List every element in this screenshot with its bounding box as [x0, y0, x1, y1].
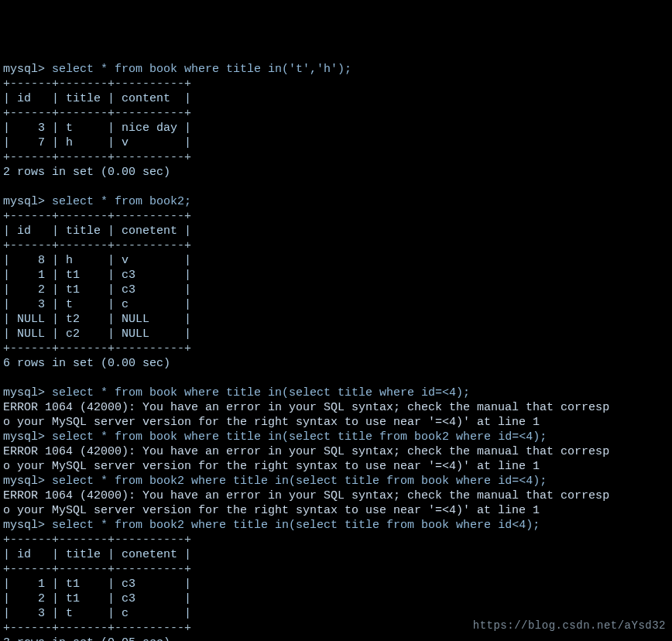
- table-sep: +------+-------+----------+: [3, 77, 191, 91]
- error-line: o your MySQL server version for the righ…: [3, 460, 540, 473]
- error-line: ERROR 1064 (42000): You have an error in…: [3, 401, 609, 414]
- mysql-prompt: mysql>: [3, 386, 45, 399]
- rows-in-set: 6 rows in set (0.00 sec): [3, 357, 170, 370]
- table-header-book2: | id | title | conetent |: [3, 225, 191, 238]
- sql-query-6[interactable]: select * from book2 where title in(selec…: [52, 519, 540, 532]
- mysql-prompt: mysql>: [3, 430, 45, 444]
- rows-in-set: 3 rows in set (0.05 sec): [3, 636, 170, 641]
- table-row: | 1 | t1 | c3 |: [3, 269, 191, 282]
- table-row: | 3 | t | c |: [3, 298, 191, 311]
- sql-query-4[interactable]: select * from book where title in(select…: [52, 430, 547, 444]
- mysql-prompt: mysql>: [3, 475, 45, 488]
- table-row: | NULL | t2 | NULL |: [3, 313, 191, 326]
- table-row: | 7 | h | v |: [3, 136, 191, 149]
- sql-query-1[interactable]: select * from book where title in('t','h…: [52, 63, 351, 76]
- error-line: ERROR 1064 (42000): You have an error in…: [3, 445, 609, 458]
- mysql-prompt: mysql>: [3, 519, 45, 532]
- sql-query-2[interactable]: select * from book2;: [52, 195, 191, 208]
- table-row: | 2 | t1 | c3 |: [3, 283, 191, 297]
- table-row: | 3 | t | nice day |: [3, 122, 191, 135]
- table-sep: +------+-------+----------+: [3, 239, 191, 252]
- table-sep: +------+-------+----------+: [3, 107, 191, 120]
- table-sep: +------+-------+----------+: [3, 563, 191, 576]
- mysql-prompt: mysql>: [3, 63, 45, 76]
- table-header-book2filtered: | id | title | conetent |: [3, 548, 191, 561]
- table-sep: +------+-------+----------+: [3, 533, 191, 547]
- table-sep: +------+-------+----------+: [3, 342, 191, 355]
- table-sep: +------+-------+----------+: [3, 622, 191, 635]
- table-row: | 3 | t | c |: [3, 607, 191, 620]
- error-line: ERROR 1064 (42000): You have an error in…: [3, 489, 609, 502]
- sql-query-3[interactable]: select * from book where title in(select…: [52, 386, 470, 399]
- table-row: | NULL | c2 | NULL |: [3, 327, 191, 341]
- table-sep: +------+-------+----------+: [3, 151, 191, 164]
- table-row: | 2 | t1 | c3 |: [3, 592, 191, 605]
- error-line: o your MySQL server version for the righ…: [3, 416, 540, 429]
- watermark-url: https://blog.csdn.net/aYsd32: [473, 619, 666, 633]
- table-header-book: | id | title | content |: [3, 92, 191, 105]
- mysql-prompt: mysql>: [3, 195, 45, 208]
- table-row: | 8 | h | v |: [3, 254, 191, 267]
- rows-in-set: 2 rows in set (0.00 sec): [3, 166, 170, 179]
- table-row: | 1 | t1 | c3 |: [3, 578, 191, 591]
- error-line: o your MySQL server version for the righ…: [3, 504, 540, 517]
- sql-query-5[interactable]: select * from book2 where title in(selec…: [52, 475, 547, 488]
- table-sep: +------+-------+----------+: [3, 210, 191, 223]
